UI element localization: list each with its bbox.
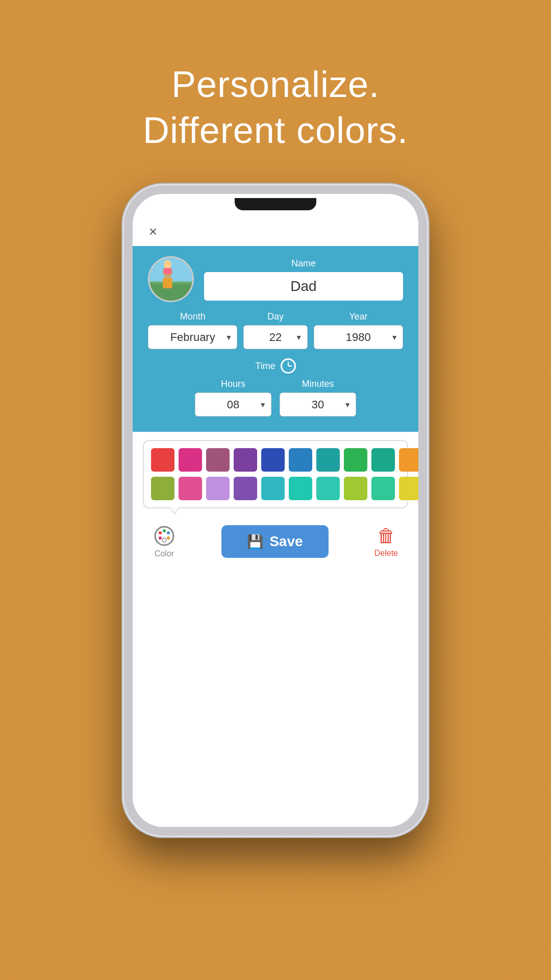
close-button[interactable]: × <box>143 222 163 242</box>
color-swatch[interactable] <box>261 448 285 472</box>
phone-screen: × <box>133 194 418 827</box>
action-bar: Color 💾 Save 🗑 Delete <box>133 520 418 564</box>
color-palette-section <box>143 440 408 508</box>
svg-point-13 <box>162 538 166 542</box>
delete-label: Delete <box>374 549 398 558</box>
save-icon: 💾 <box>247 534 263 550</box>
save-label: Save <box>269 533 303 550</box>
color-row-2 <box>151 477 400 500</box>
svg-point-10 <box>167 531 170 534</box>
delete-icon: 🗑 <box>377 525 395 547</box>
color-swatch[interactable] <box>399 477 418 500</box>
time-label-row: Time <box>255 358 295 374</box>
color-swatch[interactable] <box>151 477 174 500</box>
color-swatch[interactable] <box>179 477 202 500</box>
year-select[interactable]: 1980 <box>314 325 403 349</box>
day-select[interactable]: 22 <box>243 325 307 349</box>
headline-line1: Personalize. <box>143 61 408 107</box>
svg-point-5 <box>164 260 171 269</box>
day-select-wrapper: 22 <box>243 325 307 349</box>
color-row-1 <box>151 448 400 472</box>
color-tool[interactable]: Color <box>153 525 176 558</box>
color-swatch[interactable] <box>371 448 395 472</box>
color-swatch[interactable] <box>399 448 418 472</box>
svg-rect-6 <box>164 268 171 274</box>
minutes-select[interactable]: 30 <box>280 393 356 416</box>
name-field-wrap: Name <box>204 258 403 301</box>
color-swatch[interactable] <box>289 477 312 500</box>
notch-bar <box>133 194 418 214</box>
headline: Personalize. Different colors. <box>143 61 408 153</box>
palette-icon <box>153 525 176 547</box>
color-swatch[interactable] <box>151 448 174 472</box>
svg-point-8 <box>159 531 162 534</box>
hours-select-wrapper: 08 <box>195 393 271 416</box>
color-swatch[interactable] <box>206 477 230 500</box>
svg-point-9 <box>163 529 166 532</box>
minutes-field: Minutes 30 <box>280 379 356 416</box>
svg-point-11 <box>167 536 170 540</box>
notch <box>235 198 316 210</box>
month-label: Month <box>180 311 206 322</box>
year-select-wrapper: 1980 <box>314 325 403 349</box>
year-label: Year <box>349 311 367 322</box>
hours-label: Hours <box>221 379 245 389</box>
color-swatch[interactable] <box>234 477 257 500</box>
time-row: Time Hours 08 Mi <box>148 358 403 416</box>
avatar[interactable] <box>148 256 194 302</box>
delete-tool[interactable]: 🗑 Delete <box>374 525 398 558</box>
color-swatch[interactable] <box>289 448 312 472</box>
bottom-space <box>133 564 418 827</box>
name-input[interactable] <box>204 272 403 301</box>
hours-field: Hours 08 <box>195 379 271 416</box>
dialog-area: × <box>133 214 418 827</box>
month-field: Month January February March April May J… <box>148 311 237 349</box>
color-swatch[interactable] <box>316 448 340 472</box>
color-swatch[interactable] <box>371 477 395 500</box>
color-tool-label: Color <box>155 549 174 558</box>
minutes-label: Minutes <box>302 379 334 389</box>
color-swatch[interactable] <box>179 448 202 472</box>
color-swatch[interactable] <box>234 448 257 472</box>
time-label: Time <box>255 361 275 372</box>
name-label: Name <box>204 258 403 269</box>
close-row: × <box>133 214 418 246</box>
clock-icon <box>281 358 296 374</box>
color-swatch[interactable] <box>316 477 340 500</box>
color-swatch[interactable] <box>206 448 230 472</box>
color-swatch[interactable] <box>261 477 285 500</box>
phone-shell: × <box>122 184 429 837</box>
day-field: Day 22 <box>243 311 307 349</box>
color-swatch[interactable] <box>344 477 367 500</box>
time-selects-row: Hours 08 Minutes 30 <box>195 379 356 416</box>
svg-point-12 <box>159 536 162 540</box>
month-select-wrapper: January February March April May June Ju… <box>148 325 237 349</box>
profile-name-row: Name <box>148 256 403 302</box>
hours-select[interactable]: 08 <box>195 393 271 416</box>
month-select[interactable]: January February March April May June Ju… <box>148 325 237 349</box>
year-field: Year 1980 <box>314 311 403 349</box>
minutes-select-wrapper: 30 <box>280 393 356 416</box>
form-section: Name Month January February March <box>133 246 418 432</box>
save-button[interactable]: 💾 Save <box>221 525 328 558</box>
headline-line2: Different colors. <box>143 107 408 153</box>
svg-rect-4 <box>163 278 172 288</box>
color-swatch[interactable] <box>344 448 367 472</box>
day-label: Day <box>267 311 284 322</box>
date-row: Month January February March April May J… <box>148 311 403 349</box>
